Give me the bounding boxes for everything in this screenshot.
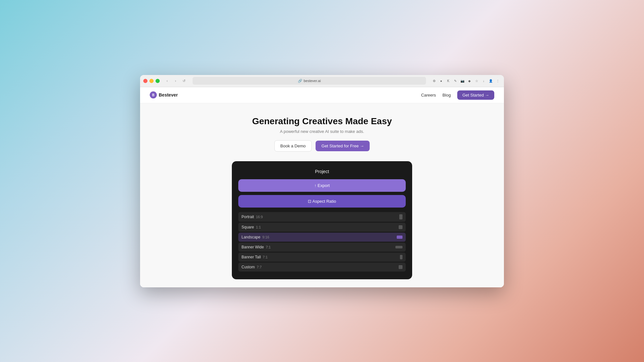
toolbar-icons: ⚙ ● K ✎ 📷 ◆ ☆ ↓ 👤 ⋮ xyxy=(431,78,501,84)
hero-section: Generating Creatives Made Easy A powerfu… xyxy=(140,103,504,158)
app-card: Project ↑ Export ⊡ Aspect Ratio Portrait… xyxy=(232,161,412,279)
ratio-item-portrait[interactable]: Portrait 16:9 xyxy=(238,212,406,222)
ratio-preview-portrait xyxy=(399,214,402,219)
ratio-label-square: Square 1:1 xyxy=(242,225,261,229)
extension-icon-1[interactable]: ⚙ xyxy=(431,78,437,84)
back-button[interactable]: ‹ xyxy=(164,77,171,84)
extension-icon-7[interactable]: ☆ xyxy=(474,78,479,84)
ratio-preview-banner-wide xyxy=(395,246,402,248)
nav-links: Careers Blog Get Started → xyxy=(421,90,494,100)
aspect-ratio-button[interactable]: ⊡ Aspect Ratio xyxy=(238,195,406,208)
minimize-button[interactable] xyxy=(149,79,154,83)
lock-icon: 🔗 xyxy=(298,79,302,83)
extension-icon-2[interactable]: ● xyxy=(438,78,444,84)
site-logo: B Bestever xyxy=(150,91,178,98)
nav-buttons: ‹ › ↺ xyxy=(164,77,187,84)
hero-buttons: Book a Demo Get Started for Free → xyxy=(150,140,494,152)
forward-button[interactable]: › xyxy=(172,77,179,84)
careers-link[interactable]: Careers xyxy=(421,93,436,97)
ratio-item-square[interactable]: Square 1:1 xyxy=(238,223,406,232)
ratio-label-banner-wide: Banner Wide 7:1 xyxy=(242,245,271,249)
ratio-item-custom[interactable]: Custom 7:7 xyxy=(238,263,406,272)
address-bar[interactable]: 🔗 bestever.ai xyxy=(193,77,426,85)
extension-icon-6[interactable]: ◆ xyxy=(467,78,472,84)
get-started-button[interactable]: Get Started for Free → xyxy=(316,141,370,151)
ratio-preview-square xyxy=(399,225,402,229)
ratio-value-landscape: 9:16 xyxy=(262,235,269,239)
hero-subtitle: A powerful new creative AI suite to make… xyxy=(150,129,494,134)
get-started-nav-button[interactable]: Get Started → xyxy=(457,90,494,100)
blog-link[interactable]: Blog xyxy=(442,93,451,97)
browser-controls xyxy=(143,79,160,83)
ratio-item-banner-tall[interactable]: Banner Tall 7:1 xyxy=(238,253,406,262)
ratio-item-banner-wide[interactable]: Banner Wide 7:1 xyxy=(238,243,406,252)
page-content: B Bestever Careers Blog Get Started → Ge… xyxy=(140,87,504,287)
ratio-name-portrait: Portrait xyxy=(242,215,254,219)
extension-icon-3[interactable]: K xyxy=(445,78,451,84)
extension-icon-4[interactable]: ✎ xyxy=(452,78,458,84)
maximize-button[interactable] xyxy=(156,79,160,83)
ratio-name-landscape: Landscape xyxy=(242,235,260,239)
ratio-name-square: Square xyxy=(242,225,254,229)
ratio-preview-landscape xyxy=(397,236,402,239)
book-demo-button[interactable]: Book a Demo xyxy=(274,140,312,152)
extension-icon-5[interactable]: 📷 xyxy=(459,78,465,84)
ratio-label-landscape: Landscape 9:16 xyxy=(242,235,269,239)
reload-button[interactable]: ↺ xyxy=(180,77,187,84)
browser-toolbar: ‹ › ↺ 🔗 bestever.ai ⚙ ● K ✎ 📷 ◆ ☆ ↓ 👤 ⋮ xyxy=(140,75,504,87)
ratio-label-custom: Custom 7:7 xyxy=(242,265,262,269)
ratio-preview-custom xyxy=(399,265,402,269)
hero-title: Generating Creatives Made Easy xyxy=(150,116,494,126)
profile-icon[interactable]: 👤 xyxy=(488,78,494,84)
logo-text: Bestever xyxy=(159,92,178,97)
app-card-title: Project xyxy=(238,169,406,174)
ratio-value-banner-tall: 7:1 xyxy=(263,255,268,259)
ratio-label-portrait: Portrait 16:9 xyxy=(242,215,263,219)
close-button[interactable] xyxy=(143,79,147,83)
ratio-list: Portrait 16:9 Square 1:1 Lands xyxy=(238,212,406,272)
ratio-value-banner-wide: 7:1 xyxy=(266,245,270,249)
ratio-value-portrait: 16:9 xyxy=(256,215,263,219)
site-nav: B Bestever Careers Blog Get Started → xyxy=(140,87,504,103)
ratio-name-banner-wide: Banner Wide xyxy=(242,245,264,249)
extension-icon-8[interactable]: ↓ xyxy=(481,78,487,84)
menu-icon[interactable]: ⋮ xyxy=(495,78,501,84)
ratio-label-banner-tall: Banner Tall 7:1 xyxy=(242,255,268,259)
ratio-name-custom: Custom xyxy=(242,265,255,269)
url-text: bestever.ai xyxy=(304,79,321,83)
browser-window: ‹ › ↺ 🔗 bestever.ai ⚙ ● K ✎ 📷 ◆ ☆ ↓ 👤 ⋮ … xyxy=(140,75,504,287)
ratio-item-landscape[interactable]: Landscape 9:16 xyxy=(238,233,406,242)
export-button[interactable]: ↑ Export xyxy=(238,179,406,192)
logo-icon: B xyxy=(150,91,157,98)
ratio-preview-banner-tall xyxy=(400,255,402,259)
ratio-value-square: 1:1 xyxy=(256,225,261,229)
ratio-name-banner-tall: Banner Tall xyxy=(242,255,261,259)
ratio-value-custom: 7:7 xyxy=(257,265,261,269)
